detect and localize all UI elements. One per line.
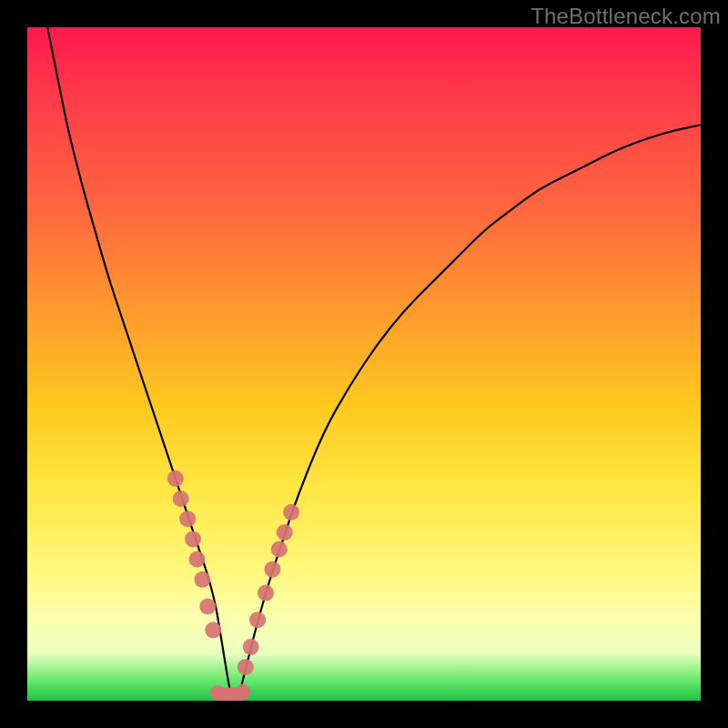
marker-dot <box>271 541 288 558</box>
marker-dot <box>243 639 259 655</box>
marker-dot <box>238 659 254 675</box>
watermark-text: TheBottleneck.com <box>531 4 721 29</box>
right-branch-dots <box>238 504 299 675</box>
marker-dot <box>205 622 221 638</box>
bottleneck-curve <box>27 27 701 701</box>
marker-dot <box>264 561 280 578</box>
marker-dot <box>199 598 216 614</box>
marker-dot <box>185 531 201 547</box>
marker-dot <box>167 470 184 487</box>
marker-dot <box>249 612 266 628</box>
marker-dot <box>283 504 299 521</box>
marker-dot <box>258 585 274 602</box>
chart-frame: TheBottleneck.com <box>0 0 728 728</box>
marker-dot <box>277 524 293 541</box>
plot-area <box>27 27 701 701</box>
marker-dot <box>236 684 250 699</box>
marker-dot <box>173 490 189 507</box>
left-branch-dots <box>167 470 221 639</box>
curve-path <box>47 27 701 701</box>
marker-dot <box>179 511 196 527</box>
marker-dot <box>194 571 210 588</box>
marker-dot <box>189 551 206 568</box>
